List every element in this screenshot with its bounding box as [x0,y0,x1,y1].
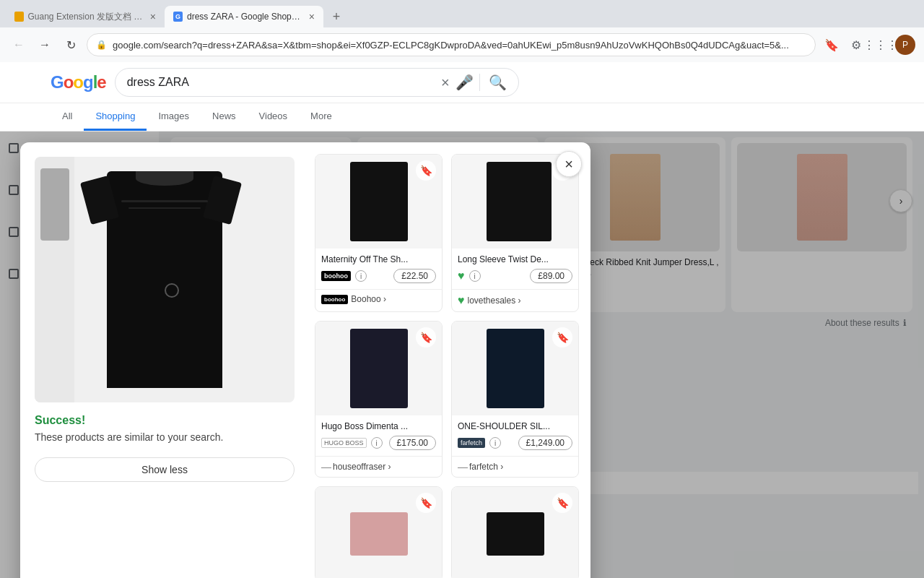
search-input-wrap[interactable]: dress ZARA × 🎤 🔍 [115,68,519,97]
product-shoulder[interactable]: 🔖 ONE-SHOULDER SIL... farfetch i £1,249.… [451,321,579,478]
results-wrapper: Wrap £22.99 Zara UK £3.95 delivery Empir… [0,131,924,578]
nav-bar: ← → ↻ 🔒 google.com/search?q=dress+ZARA&s… [0,27,924,62]
maternity-bookmark-icon[interactable]: 🔖 [416,160,436,181]
dress-circle-detail [165,283,179,298]
shoulder-dress-shape [487,329,544,408]
hugo-price[interactable]: £175.00 [389,436,436,450]
bookmark-button[interactable]: 🔖 [821,35,842,55]
nav-actions: 🔖 ⚙ ⋮⋮⋮ P [821,35,915,55]
hugo-body: Hugo Boss Dimenta ... HUGO BOSS i £175.0… [315,415,442,456]
browser-chrome: Guang Extension 发版文档 - Fe... × G dress Z… [0,0,924,62]
apps-button[interactable]: ⋮⋮⋮ [871,35,891,55]
modal-close-button[interactable]: × [556,151,582,177]
boohoo-logo: boohoo [321,271,351,281]
mic-icon[interactable]: 🎤 [456,74,474,91]
partial-2-shape [487,512,544,556]
success-section: Success! These products are similar to y… [35,414,295,443]
modal-body: Success! These products are similar to y… [20,142,590,578]
product-row-1: 🔖 Maternity Off The Sh... boohoo i £22.5… [315,154,579,312]
address-bar[interactable]: 🔒 google.com/search?q=dress+ZARA&sa=X&tb… [87,33,816,56]
new-tab-button[interactable]: + [326,7,346,27]
hugo-boss-logo: HUGO BOSS [321,438,367,448]
clear-search-icon[interactable]: × [441,74,450,91]
twist-dress-shape [487,162,544,241]
search-icon[interactable]: 🔍 [479,74,507,91]
google-favicon: G [173,12,183,22]
maternity-price[interactable]: £22.50 [393,269,436,283]
maternity-retailer-footer[interactable]: boohoo Boohoo › [315,289,442,309]
tab-google-close[interactable]: × [309,11,315,22]
product-row-3: 🔖 🔖 [315,486,579,578]
twist-info-icon[interactable]: i [469,270,481,282]
profile-button[interactable]: P [895,35,915,55]
maternity-dress-shape [350,162,408,241]
hugo-retailer-footer[interactable]: — houseoffraser › [315,456,442,477]
maternity-retailer-label: Boohoo › [351,294,386,304]
tab-shopping[interactable]: Shopping [84,103,147,131]
product-hugo[interactable]: 🔖 Hugo Boss Dimenta ... HUGO BOSS i £175… [315,321,443,478]
twist-body: Long Sleeve Twist De... ♥ i £89.00 [452,249,578,289]
maternity-name: Maternity Off The Sh... [321,254,436,264]
hugo-retailer-label: houseoffraser › [333,462,391,472]
product-row-2: 🔖 Hugo Boss Dimenta ... HUGO BOSS i £175… [315,321,579,478]
tab-news[interactable]: News [201,103,248,131]
tab-guang-label: Guang Extension 发版文档 - Fe... [28,11,143,23]
houseoffraser-logo: — [321,461,330,473]
dress-sleeve-right [203,176,242,225]
product-twist[interactable]: 🔖 Long Sleeve Twist De... ♥ i £89.00 [451,154,579,312]
shoulder-name: ONE-SHOULDER SIL... [458,421,572,431]
tab-all[interactable]: All [51,103,84,131]
shoulder-retailer-footer[interactable]: — farfetch › [452,456,578,477]
shoulder-bookmark-icon[interactable]: 🔖 [552,327,572,348]
maternity-info-icon[interactable]: i [355,270,367,282]
hugo-info-icon[interactable]: i [371,437,383,449]
shoulder-info-icon[interactable]: i [489,437,501,449]
lovethesales-heart: ♥ [458,294,465,307]
back-button[interactable]: ← [9,35,29,55]
maternity-body: Maternity Off The Sh... boohoo i £22.50 [315,249,442,289]
tab-bar: Guang Extension 发版文档 - Fe... × G dress Z… [0,0,924,27]
twist-price[interactable]: £89.00 [530,269,572,283]
maternity-footer: boohoo i £22.50 [321,269,436,283]
main-product-image [35,157,295,402]
partial-1-bookmark[interactable]: 🔖 [416,493,436,513]
partial-1-shape [350,512,408,556]
twist-retailer-label: lovethesales › [468,296,521,306]
product-partial-1[interactable]: 🔖 [315,486,443,578]
hugo-bookmark-icon[interactable]: 🔖 [416,327,436,348]
dress-container [100,168,230,392]
search-query: dress ZARA [127,76,435,89]
side-strip [35,157,74,402]
tab-guang-close[interactable]: × [150,11,156,22]
heart-icon: ♥ [458,269,465,282]
show-less-button[interactable]: Show less [35,457,295,482]
shopping-tabs: All Shopping Images News Videos More [0,103,924,131]
tab-more[interactable]: More [299,103,344,131]
partial-2-bookmark[interactable]: 🔖 [552,493,572,513]
google-logo: Google [51,72,106,92]
modal-left-panel: Success! These products are similar to y… [20,142,309,578]
success-desc: These products are similar to your searc… [35,431,295,443]
forward-button[interactable]: → [35,35,55,55]
modal-overlay: × [0,131,924,578]
side-strip-thumb [40,168,69,241]
product-partial-2[interactable]: 🔖 [451,486,579,578]
similarity-modal: × [20,142,590,578]
shoulder-footer: farfetch i £1,249.00 [458,436,572,450]
lock-icon: 🔒 [96,40,107,50]
address-text: google.com/search?q=dress+ZARA&sa=X&tbm=… [113,40,806,51]
twist-footer: ♥ i £89.00 [458,269,572,283]
tab-guang[interactable]: Guang Extension 发版文档 - Fe... × [6,6,165,27]
tab-google[interactable]: G dress ZARA - Google Shoppin... × [165,6,323,27]
tab-videos[interactable]: Videos [248,103,300,131]
reload-button[interactable]: ↻ [61,35,81,55]
dress-body [107,171,222,388]
twist-retailer-footer[interactable]: ♥ lovethesales › [452,289,578,311]
shoulder-price[interactable]: £1,249.00 [518,436,572,450]
dress-drape2 [128,207,201,209]
search-bar: Google dress ZARA × 🎤 🔍 [0,62,924,103]
tab-images[interactable]: Images [147,103,201,131]
product-maternity[interactable]: 🔖 Maternity Off The Sh... boohoo i £22.5… [315,154,443,312]
farfetch-logo: farfetch [458,438,485,448]
shoulder-body: ONE-SHOULDER SIL... farfetch i £1,249.00 [452,415,578,456]
